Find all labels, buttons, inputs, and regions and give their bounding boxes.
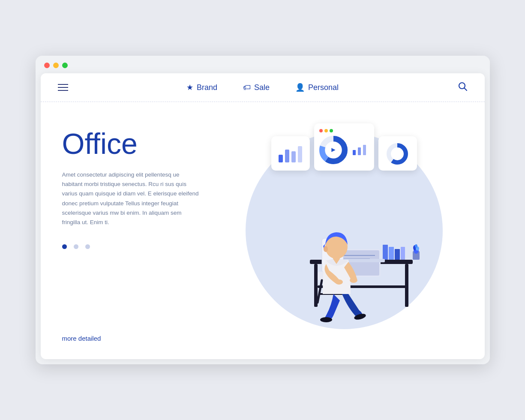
person-illustration bbox=[258, 161, 430, 326]
chart-cards bbox=[271, 123, 417, 171]
maximize-button[interactable] bbox=[62, 63, 68, 68]
minimize-button[interactable] bbox=[53, 63, 59, 68]
svg-line-1 bbox=[464, 88, 467, 91]
svg-rect-3 bbox=[285, 150, 289, 162]
slide-dot-3[interactable] bbox=[85, 244, 90, 249]
svg-point-16 bbox=[392, 149, 402, 159]
chart-card-main bbox=[314, 123, 374, 171]
svg-rect-24 bbox=[401, 247, 405, 260]
nav-personal-link[interactable]: 👤 Personal bbox=[295, 83, 339, 92]
nav-sale-link[interactable]: 🏷 Sale bbox=[243, 83, 270, 92]
svg-point-44 bbox=[350, 278, 357, 283]
svg-point-35 bbox=[415, 244, 417, 248]
hero-title: Office bbox=[62, 128, 225, 160]
slide-dot-2[interactable] bbox=[74, 244, 78, 249]
svg-rect-21 bbox=[383, 245, 388, 260]
slide-dots bbox=[62, 244, 225, 249]
svg-rect-12 bbox=[358, 147, 361, 155]
illustration-area bbox=[225, 119, 463, 342]
personal-user-icon: 👤 bbox=[295, 83, 305, 92]
hero-description: Amet consectetur adipiscing elit pellent… bbox=[62, 170, 199, 228]
svg-point-41 bbox=[320, 317, 332, 322]
brand-label: Brand bbox=[197, 83, 217, 92]
more-detailed-link[interactable]: more detailed bbox=[62, 309, 225, 342]
browser-window: ★ Brand 🏷 Sale 👤 Personal bbox=[36, 56, 490, 364]
brand-star-icon: ★ bbox=[186, 83, 193, 92]
svg-rect-2 bbox=[279, 155, 283, 162]
svg-line-38 bbox=[318, 280, 322, 303]
svg-rect-23 bbox=[395, 249, 400, 260]
slide-dot-1[interactable] bbox=[62, 244, 67, 249]
svg-rect-4 bbox=[291, 151, 296, 162]
navbar: ★ Brand 🏷 Sale 👤 Personal bbox=[41, 73, 485, 102]
svg-point-46 bbox=[324, 246, 328, 252]
hamburger-menu[interactable] bbox=[58, 84, 68, 91]
nav-links: ★ Brand 🏷 Sale 👤 Personal bbox=[186, 83, 339, 92]
svg-rect-11 bbox=[353, 150, 356, 155]
svg-rect-13 bbox=[363, 145, 366, 155]
personal-label: Personal bbox=[308, 83, 339, 92]
close-button[interactable] bbox=[44, 63, 50, 68]
svg-rect-5 bbox=[298, 146, 302, 162]
sale-tag-icon: 🏷 bbox=[243, 83, 251, 92]
left-side: Office Amet consectetur adipiscing elit … bbox=[62, 119, 225, 342]
svg-point-43 bbox=[335, 279, 343, 285]
browser-content: ★ Brand 🏷 Sale 👤 Personal bbox=[41, 73, 485, 359]
browser-titlebar bbox=[36, 56, 490, 73]
main-content: Office Amet consectetur adipiscing elit … bbox=[41, 102, 485, 359]
svg-rect-22 bbox=[389, 247, 394, 260]
sale-label: Sale bbox=[254, 83, 270, 92]
nav-brand-link[interactable]: ★ Brand bbox=[186, 83, 217, 92]
chart-card-right bbox=[378, 136, 417, 171]
search-button[interactable] bbox=[457, 81, 468, 94]
chart-card-left bbox=[271, 136, 310, 171]
